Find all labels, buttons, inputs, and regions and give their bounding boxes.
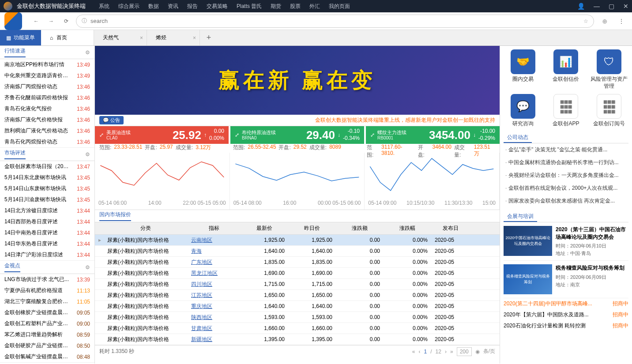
price-chart[interactable]: 05-14 08:0016:0000:00 05-15 06:00 <box>230 153 365 210</box>
menu-item[interactable]: 系统 <box>99 3 109 10</box>
expand-icon[interactable]: ⤢ <box>99 132 104 138</box>
gear-icon[interactable]: ⚙ <box>85 264 90 270</box>
sidebar-item[interactable]: 苯乙烯进口增量趋势解析08:59 <box>0 329 94 340</box>
quote-card[interactable]: ⤢美原油连续CLA025.92↑0.000.00% <box>95 126 229 144</box>
cell-indicator-link[interactable]: 甘肃地区 <box>191 325 212 331</box>
tab[interactable]: ⌂首页 <box>41 30 94 45</box>
event-row[interactable]: 2020石油化行业计量检测 耗转控测招商中 <box>504 320 628 331</box>
page-prev[interactable]: ‹ <box>419 349 421 355</box>
market-tab[interactable]: 国内市场报价 <box>99 211 131 221</box>
sidebar-item[interactable]: 14日华东热卷日度评述13:44 <box>0 238 94 249</box>
sidebar-item[interactable]: 胜利稠油厂液化气价格动态13:46 <box>0 125 94 136</box>
menu-item[interactable]: 我的页面 <box>329 3 350 10</box>
event-row[interactable]: 2020(第二十四届)中国甲醇市场高峰...招商中 <box>504 298 628 309</box>
cell-indicator-link[interactable]: 陕西地区 <box>191 314 212 320</box>
announce-text[interactable]: 金联创大数据智能决策终端隆重上线，感谢新老用户对金联创一如既往的支持 <box>315 116 495 124</box>
search-input[interactable] <box>90 18 580 24</box>
sidebar-item[interactable]: 金联创氯碱产业链摆盘晨读...08:48 <box>0 351 94 362</box>
sidebar-item[interactable]: 南京地区PP粉料市场行情13:49 <box>0 59 94 70</box>
company-news-tab[interactable]: 公司动态 <box>504 132 532 143</box>
menu-item[interactable]: 资讯 <box>168 3 178 10</box>
cell-indicator-link[interactable]: 江苏地区 <box>191 292 212 298</box>
page-current[interactable]: 1 <box>424 349 427 355</box>
sidebar-item[interactable]: 金联创橡胶产业链摆盘晨读...09:05 <box>0 307 94 318</box>
gear-icon[interactable]: ⚙ <box>85 49 90 56</box>
sidebar-item[interactable]: 济南炼厂丙烷报价动态13:46 <box>0 81 94 92</box>
menu-item[interactable]: 交易策略 <box>207 3 228 10</box>
company-news-item[interactable]: 中国金属材料流通协会副秘书长李艳一行到访... <box>504 156 628 169</box>
sidebar-item[interactable]: 金联创硬胶产品产业链摆盘...08:50 <box>0 340 94 351</box>
menu-item[interactable]: Platts 普氏 <box>237 3 262 10</box>
page-first[interactable]: « <box>412 349 415 355</box>
tab[interactable]: 烯烃× <box>147 30 200 45</box>
cell-indicator-link[interactable]: 重庆地区 <box>191 303 212 309</box>
event-card[interactable]: 2020中国石油市场高峰论坛及圈内交易会2020（第十三届）中国石油市场高峰论坛… <box>504 222 628 261</box>
user-icon[interactable]: 👤 <box>577 3 585 10</box>
company-news-item[interactable]: 央视财经采访金联创：一天两次多角度播出金... <box>504 169 628 182</box>
forward-button[interactable]: → <box>46 16 56 26</box>
tab-close-icon[interactable]: × <box>193 35 196 41</box>
sidebar-item[interactable]: 14日西部热卷日度评述13:44 <box>0 216 94 227</box>
sidebar-item[interactable]: 金联创工程塑料产品产业链...09:00 <box>0 318 94 329</box>
event-card[interactable]: 税务稽查风险应对与税务筹划税务稽查风险应对与税务筹划时间：2020年06月09日… <box>504 261 628 298</box>
cell-indicator-link[interactable]: 青海 <box>191 248 202 254</box>
sidebar-item[interactable]: 宁夏伊品有机肥价格报道11:13 <box>0 285 94 296</box>
table-row[interactable]: 尿素(小颗粒)国内市场价格陕西地区1,593.001,593.000.000.0… <box>95 312 500 323</box>
menu-item[interactable]: 股票 <box>290 3 301 10</box>
table-row[interactable]: 尿素(小颗粒)国内市场价格新疆地区1,395.001,395.000.000.0… <box>95 334 500 345</box>
menu-item[interactable]: 报告 <box>187 3 198 10</box>
service-card[interactable]: 🤝圈内交易 <box>504 49 542 90</box>
more-button[interactable]: ⋮ <box>615 15 628 27</box>
sidebar-item[interactable]: 中化泉州重交道路沥青价格...13:49 <box>0 70 94 81</box>
maximize-button[interactable]: ▢ <box>609 3 614 10</box>
menu-item[interactable]: 综合展示 <box>118 3 139 10</box>
quote-card[interactable]: ⤢螺纹主力连续RB00013454.00↓-10.00-0.29% <box>366 126 500 144</box>
service-card[interactable]: 🛡风险管理与资产管理 <box>590 49 628 90</box>
sidebar-item[interactable]: 济南炼厂液化气价格快报13:46 <box>0 114 94 125</box>
tab-close-icon[interactable]: × <box>140 35 143 41</box>
sidebar-item[interactable]: 5月14日山东废钢市场快讯13:45 <box>0 183 94 194</box>
company-news-item[interactable]: 国家发改委向金联创发来感谢信 再次肯定金... <box>504 195 628 207</box>
sidebar-item[interactable]: 14日北方涂镀日度综述13:44 <box>0 205 94 216</box>
page-size[interactable]: 200 <box>457 347 472 356</box>
table-row[interactable]: 尿素(小颗粒)国内市场价格青海1,640.001,640.000.000.00%… <box>95 246 500 257</box>
page-size-dropdown-icon[interactable]: ◉ <box>475 349 480 355</box>
company-news-item[interactable]: 金弘"牵手" 决策无忧 "金弘之策·能化贯通... <box>504 143 628 156</box>
page-next[interactable]: › <box>445 349 447 355</box>
expand-icon[interactable]: ⤢ <box>370 132 375 138</box>
close-button[interactable]: ✕ <box>623 3 628 10</box>
events-tab[interactable]: 会展与培训 <box>504 211 537 222</box>
search-box[interactable]: ⓘ ☆ <box>76 15 594 28</box>
price-chart[interactable]: 05-14 09:0010:15/10:3011:30/13:3015:00 <box>365 153 500 210</box>
new-tab-button[interactable]: + <box>200 30 218 45</box>
event-row[interactable]: 2020年【第六届】中国防水及道路...招商中 <box>504 309 628 320</box>
table-row[interactable]: 尿素(小颗粒)国内市场价格广东地区1,835.001,835.000.000.0… <box>95 257 500 268</box>
service-card[interactable]: 💬研究咨询 <box>504 94 542 128</box>
sidebar-item[interactable]: 湖北三宁腐殖酸复合肥价格...11:05 <box>0 296 94 307</box>
sidebar-section-title[interactable]: 行情速递 <box>4 47 26 57</box>
table-row[interactable]: 尿素(小颗粒)国内市场价格重庆地区1,640.001,640.000.000.0… <box>95 301 500 312</box>
sidebar-item[interactable]: 齐鲁石化醚前碳四价格快报13:46 <box>0 92 94 103</box>
sidebar-item[interactable]: 5月14日东北废钢市场快讯13:45 <box>0 172 94 183</box>
cell-indicator-link[interactable]: 新疆地区 <box>191 336 212 342</box>
table-row[interactable]: 尿素(小颗粒)国内市场价格江苏地区1,650.001,650.000.000.0… <box>95 290 500 301</box>
sidebar-item[interactable]: LNG市场供过于求 北气已...13:39 <box>0 274 94 285</box>
gear-icon[interactable]: ⚙ <box>85 151 90 158</box>
cell-indicator-link[interactable]: 云南地区 <box>191 237 212 243</box>
function-menu-button[interactable]: ▦ 功能菜单 <box>0 30 41 45</box>
sidebar-section-title[interactable]: 金视点 <box>4 262 20 272</box>
table-row[interactable]: 尿素(小颗粒)国内市场价格四川地区1,715.001,715.000.000.0… <box>95 279 500 290</box>
minimize-button[interactable]: — <box>594 3 600 10</box>
sidebar-item[interactable]: 青岛石化液化气报价13:46 <box>0 103 94 114</box>
sidebar-item[interactable]: 青岛石化丙烷报价动态13:46 <box>0 136 94 147</box>
cell-indicator-link[interactable]: 广东地区 <box>191 259 212 265</box>
company-news-item[interactable]: 金联创首档在线定制会议，2000+人次在线观... <box>504 182 628 195</box>
sidebar-section-title[interactable]: 市场评述 <box>4 149 26 159</box>
service-card[interactable]: ▦▦▦▦▦▦▦▦▦金联创订阅号 <box>590 94 628 128</box>
menu-item[interactable]: 数据 <box>148 3 159 10</box>
sidebar-item[interactable]: 金联创尿素市场日报（202...13:47 <box>0 161 94 172</box>
extension-button[interactable]: ◎ <box>598 15 611 27</box>
cell-indicator-link[interactable]: 四川地区 <box>191 281 212 287</box>
menu-item[interactable]: 期货 <box>271 3 281 10</box>
page-last[interactable]: » <box>450 349 453 355</box>
